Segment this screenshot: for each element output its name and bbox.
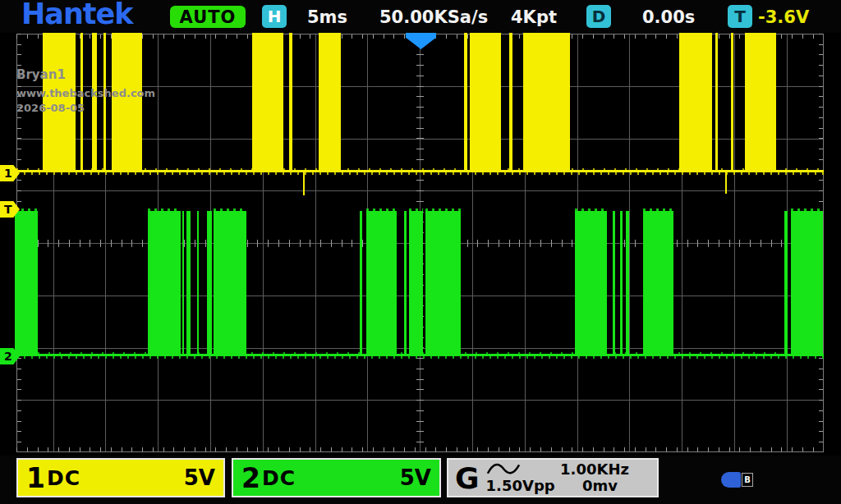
- generator-readouts: 1.00KHz 1.50Vpp 0mv: [486, 462, 650, 493]
- ch2-settings-button[interactable]: 2 DC 5V: [232, 458, 441, 497]
- channel-1-burst-bar: [745, 33, 776, 172]
- channel-2-burst-bar: [366, 211, 397, 356]
- usb-device-icon: B: [721, 472, 753, 488]
- channel-1-burst-bar: [715, 33, 718, 172]
- ch1-marker-label: 1: [4, 167, 12, 180]
- trigger-marker-label: T: [4, 203, 12, 216]
- channel-2-burst-noise: [643, 208, 673, 211]
- channel-2-burst-noise: [148, 208, 181, 211]
- overlay-date: 2026-08-05: [16, 103, 155, 113]
- channel-1-burst-bar: [523, 33, 570, 172]
- channel-1-burst-bar: [731, 33, 733, 172]
- acquire-mode-button[interactable]: AUTO: [170, 6, 246, 28]
- channel-1-spike: [303, 170, 305, 195]
- d-icon-label: D: [592, 7, 606, 26]
- channel-1-baseline-noise: [16, 172, 824, 175]
- ch2-volts-per-div: 5V: [400, 465, 431, 490]
- delay-menu-icon[interactable]: D: [586, 5, 611, 28]
- record-length-readout: 4Kpt: [511, 7, 557, 27]
- trigger-level-readout[interactable]: -3.6V: [758, 7, 809, 27]
- top-status-bar: Hantek AUTO H 5ms 50.00KSa/s 4Kpt D 0.00…: [0, 0, 841, 33]
- generator-settings-button[interactable]: G 1.00KHz 1.50Vpp 0mv: [447, 458, 659, 497]
- ch1-coupling: DC: [47, 466, 80, 490]
- overlay-username: Bryan1: [16, 69, 155, 81]
- channel-2-burst-bar: [360, 211, 362, 356]
- generator-frequency: 1.00KHz: [560, 462, 629, 477]
- channel-2-burst-bar: [404, 211, 407, 356]
- channel-2-burst-noise: [791, 208, 823, 211]
- channel-2-burst-bar: [425, 211, 461, 356]
- channel-2-burst-bar: [186, 211, 191, 356]
- hantek-logo: Hantek: [21, 0, 133, 30]
- channel-1-burst-bar: [470, 33, 501, 172]
- channel-1-burst-bar: [464, 33, 467, 172]
- sine-wave-icon: [486, 462, 521, 477]
- ch1-settings-button[interactable]: 1 DC 5V: [16, 458, 225, 497]
- channel-2-burst-bar: [620, 211, 623, 356]
- channel-2-burst-noise: [214, 208, 246, 211]
- channel-2-burst-bar: [182, 211, 184, 356]
- bottom-status-bar: 1 DC 5V 2 DC 5V G 1.00KHz 1.50Vpp 0mv: [0, 456, 841, 504]
- oscilloscope-screen: Bryan1 www.thebackshed.com 2026-08-05 1 …: [0, 0, 841, 504]
- t-icon-label: T: [734, 7, 746, 26]
- channel-1-burst-bar: [509, 33, 512, 172]
- channel-1-burst-bar: [252, 33, 283, 172]
- channel-2-burst-noise: [409, 208, 423, 211]
- ch2-coupling: DC: [262, 466, 296, 490]
- channel-2-burst-bar: [613, 211, 615, 356]
- generator-amplitude: 1.50Vpp: [486, 479, 555, 493]
- channel-2-burst-noise: [575, 208, 607, 211]
- ch2-number: 2: [241, 462, 260, 494]
- ch2-marker-label: 2: [4, 350, 12, 363]
- channel-2-burst-bar: [214, 211, 246, 356]
- channel-1-burst-bar: [679, 33, 712, 172]
- channel-1-spike: [725, 170, 727, 194]
- timebase-readout[interactable]: 5ms: [307, 7, 347, 27]
- channel-1-burst-bar: [289, 33, 292, 172]
- user-overlay-text: Bryan1 www.thebackshed.com 2026-08-05: [16, 69, 155, 113]
- h-icon-label: H: [268, 7, 282, 26]
- channel-2-burst-bar: [207, 211, 212, 356]
- overlay-website: www.thebackshed.com: [16, 88, 155, 99]
- trigger-menu-icon[interactable]: T: [728, 5, 752, 28]
- channel-2-burst-bar: [784, 211, 788, 356]
- channel-2-burst-bar: [791, 211, 823, 356]
- channel-2-burst-bar: [643, 211, 673, 356]
- ch1-volts-per-div: 5V: [184, 465, 215, 490]
- channel-2-burst-bar: [575, 211, 607, 356]
- usb-body-icon: [721, 472, 741, 488]
- horizontal-offset-readout[interactable]: 0.00s: [642, 7, 695, 27]
- channel-2-burst-noise: [366, 208, 397, 211]
- channel-2-burst-bar: [626, 211, 629, 356]
- generator-label: G: [455, 461, 480, 495]
- generator-offset: 0mv: [582, 479, 618, 493]
- channel-2-burst-bar: [409, 211, 423, 356]
- channel-2-baseline-noise: [16, 356, 824, 359]
- ch1-number: 1: [26, 462, 45, 494]
- channel-2-burst-bar: [197, 211, 199, 356]
- channel-2-burst-bar: [148, 211, 181, 356]
- horizontal-menu-icon[interactable]: H: [262, 5, 287, 28]
- usb-plug-icon: B: [742, 473, 753, 487]
- sample-rate-readout: 50.00KSa/s: [379, 7, 488, 27]
- channel-1-burst-bar: [319, 33, 341, 172]
- channel-2-burst-noise: [425, 208, 461, 211]
- channel-2-burst-bar: [15, 211, 38, 356]
